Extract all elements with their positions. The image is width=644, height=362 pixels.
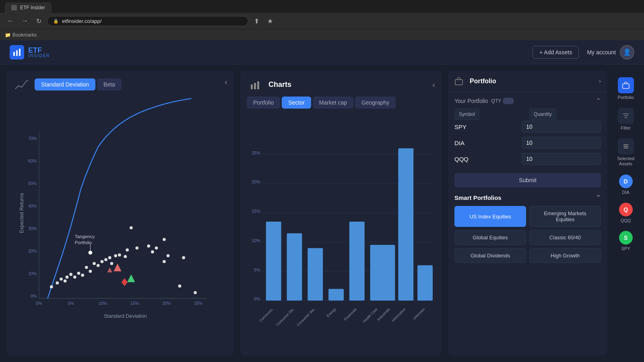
svg-text:5%: 5% bbox=[254, 267, 260, 272]
svg-rect-95 bbox=[622, 84, 629, 88]
tab-portfolio[interactable]: Portfolio bbox=[247, 97, 280, 109]
tab-geography[interactable]: Geography bbox=[355, 97, 396, 109]
svg-text:Health Care: Health Care bbox=[362, 307, 378, 323]
panel-header: Standard Deviation Beta bbox=[13, 77, 227, 92]
far-right-sidebar: Portfolio Filter SelectedAssets bbox=[614, 71, 638, 356]
address-bar[interactable]: 🔒 etfinsider.co/app/ bbox=[47, 16, 248, 26]
svg-marker-57 bbox=[114, 263, 121, 271]
svg-text:Consumer Sta.: Consumer Sta. bbox=[296, 307, 316, 327]
sidebar-spy-avatar[interactable]: S SPY bbox=[619, 231, 633, 251]
sidebar-dia-avatar[interactable]: D DIA bbox=[619, 175, 633, 195]
smart-portfolios-chevron[interactable]: ⌃ bbox=[596, 194, 601, 201]
reload-button[interactable]: ↻ bbox=[34, 16, 44, 27]
tab-favicon bbox=[11, 5, 17, 10]
svg-text:70%: 70% bbox=[28, 136, 37, 141]
left-panel-close[interactable]: ‹ bbox=[225, 77, 227, 86]
svg-point-38 bbox=[114, 254, 117, 257]
svg-rect-1 bbox=[16, 50, 18, 56]
svg-point-22 bbox=[56, 282, 59, 285]
tab-sector[interactable]: Sector bbox=[282, 97, 311, 109]
svg-point-40 bbox=[124, 255, 127, 258]
svg-point-26 bbox=[69, 273, 72, 276]
submit-button[interactable]: Submit bbox=[454, 173, 601, 187]
svg-text:25%: 25% bbox=[252, 150, 260, 155]
svg-text:Communic.: Communic. bbox=[258, 307, 274, 323]
sp-global-equities[interactable]: Global Equities bbox=[454, 230, 526, 245]
svg-text:50%: 50% bbox=[28, 181, 37, 186]
sp-us-index-equities[interactable]: US Index Equities bbox=[454, 206, 526, 227]
portfolio-chevron-icon[interactable]: › bbox=[599, 78, 601, 85]
svg-rect-0 bbox=[13, 52, 15, 56]
browser-tab[interactable]: ETF Insider bbox=[5, 2, 52, 13]
asset-row-dia: DIA bbox=[454, 137, 601, 149]
sp-global-dividends[interactable]: Global Dividends bbox=[454, 248, 526, 263]
share-button[interactable]: ⬆ bbox=[252, 16, 262, 27]
qty-text: QTY bbox=[491, 98, 502, 104]
qqq-avatar-label: QQQ bbox=[621, 218, 631, 223]
sidebar-selected-assets-item[interactable]: SelectedAssets bbox=[617, 138, 634, 167]
svg-rect-83 bbox=[398, 148, 413, 300]
sidebar-qqq-avatar[interactable]: Q QQQ bbox=[619, 203, 633, 223]
svg-point-32 bbox=[93, 262, 96, 265]
svg-text:Energy: Energy bbox=[326, 307, 337, 318]
qty-input-spy[interactable] bbox=[522, 121, 601, 133]
svg-rect-82 bbox=[385, 245, 395, 300]
portfolio-panel-title: Portfolio bbox=[470, 78, 496, 85]
mid-panel-close[interactable]: ‹ bbox=[432, 80, 435, 89]
svg-rect-84 bbox=[417, 265, 433, 301]
svg-marker-58 bbox=[127, 274, 135, 282]
sidebar-portfolio-item[interactable]: Portfolio bbox=[617, 77, 634, 100]
forward-button[interactable]: → bbox=[19, 16, 31, 26]
right-panel: Portfolio › Your Portfolio QTY ⌃ Symbol … bbox=[448, 71, 607, 356]
bookmarks-bar: 📁 Bookmarks bbox=[0, 29, 644, 40]
bookmark-button[interactable]: ★ bbox=[265, 16, 275, 27]
col-header-qty: Quantity bbox=[529, 110, 601, 117]
svg-point-30 bbox=[85, 266, 88, 269]
qty-toggle[interactable] bbox=[503, 98, 514, 104]
svg-point-27 bbox=[73, 276, 76, 279]
back-button[interactable]: ← bbox=[5, 16, 16, 26]
svg-rect-81 bbox=[370, 245, 386, 300]
svg-text:20%: 20% bbox=[162, 301, 171, 306]
svg-point-47 bbox=[167, 254, 170, 257]
your-portfolio-row: Your Portfolio QTY ⌃ bbox=[454, 97, 601, 105]
smart-portfolios-header: Smart Portfolios ⌃ bbox=[454, 194, 601, 201]
smart-portfolios-label: Smart Portfolios bbox=[454, 194, 502, 201]
portfolio-sidebar-label: Portfolio bbox=[617, 95, 634, 100]
svg-rect-79 bbox=[328, 289, 344, 300]
scatter-chart-svg: Expected Returns Standard Deviation 0% 1… bbox=[13, 97, 222, 322]
svg-text:15%: 15% bbox=[130, 301, 139, 306]
portfolio-sidebar-icon bbox=[618, 77, 634, 93]
sp-emerging-markets[interactable]: Emerging Markets Equities bbox=[529, 206, 601, 227]
sp-high-growth[interactable]: High Growth bbox=[529, 248, 601, 263]
logo-text-insider: INSIDER bbox=[28, 54, 50, 58]
avatar: 👤 bbox=[620, 45, 634, 60]
your-portfolio-label: Your Portfolio bbox=[454, 98, 488, 104]
svg-point-46 bbox=[163, 260, 166, 263]
svg-rect-78 bbox=[308, 248, 323, 300]
qty-input-dia[interactable] bbox=[522, 137, 601, 149]
svg-rect-80 bbox=[349, 222, 365, 300]
portfolio-collapse-icon[interactable]: ⌃ bbox=[596, 97, 601, 105]
svg-text:0%: 0% bbox=[36, 301, 42, 306]
header-right: + Add Assets My account 👤 bbox=[533, 45, 634, 60]
svg-point-42 bbox=[135, 247, 138, 250]
logo[interactable]: ETF INSIDER bbox=[10, 45, 50, 60]
svg-text:10%: 10% bbox=[28, 271, 37, 276]
sidebar-filter-item[interactable]: Filter bbox=[618, 108, 634, 130]
beta-tab[interactable]: Beta bbox=[97, 78, 122, 90]
logo-icon bbox=[10, 45, 24, 60]
dia-avatar-circle: D bbox=[619, 175, 633, 188]
svg-text:Portfolio: Portfolio bbox=[75, 240, 92, 245]
svg-point-45 bbox=[155, 247, 158, 250]
sp-classic-60-40[interactable]: Classic 60/40 bbox=[529, 230, 601, 245]
tab-market-cap[interactable]: Market cap bbox=[313, 97, 353, 109]
my-account-label: My account bbox=[587, 49, 616, 56]
add-assets-button[interactable]: + Add Assets bbox=[533, 46, 579, 59]
svg-text:Unknown: Unknown bbox=[412, 307, 425, 320]
std-deviation-tab[interactable]: Standard Deviation bbox=[35, 78, 95, 90]
svg-point-50 bbox=[194, 291, 197, 294]
qty-input-qqq[interactable] bbox=[522, 153, 601, 165]
svg-point-33 bbox=[97, 264, 100, 267]
my-account[interactable]: My account 👤 bbox=[587, 45, 634, 60]
